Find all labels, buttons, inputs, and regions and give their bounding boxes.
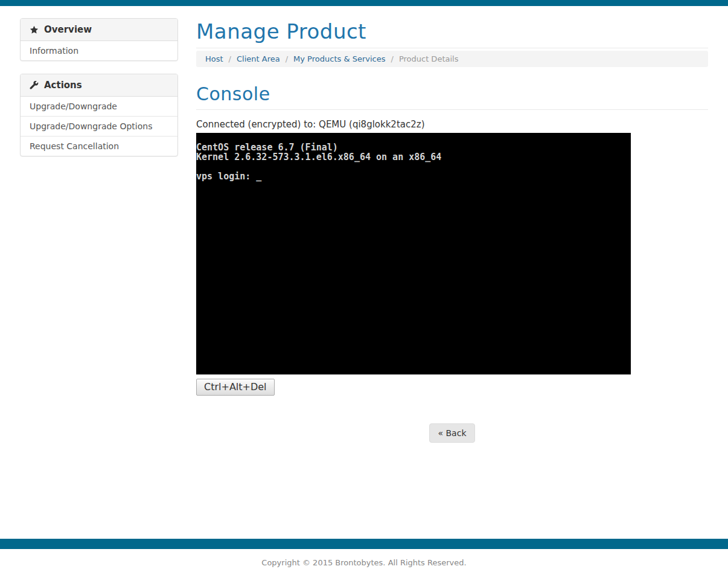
- console-connection-status: Connected (encrypted) to: QEMU (qi8glokk…: [196, 118, 708, 130]
- breadcrumb-current-product-details: Product Details: [399, 54, 459, 63]
- console-section-title: Console: [196, 84, 708, 104]
- footer-copyright: Copyright © 2015 Brontobytes. All Rights…: [0, 549, 728, 574]
- overview-panel-header: Overview: [21, 19, 177, 41]
- sidebar-item-request-cancellation[interactable]: Request Cancellation: [21, 137, 177, 156]
- ctrl-alt-del-button[interactable]: Ctrl+Alt+Del: [196, 379, 275, 396]
- actions-panel: Actions Upgrade/Downgrade Upgrade/Downgr…: [20, 74, 178, 156]
- top-accent-bar: [0, 0, 728, 6]
- breadcrumb-link-my-products-services[interactable]: My Products & Services: [293, 54, 385, 63]
- breadcrumb-separator: /: [229, 54, 231, 63]
- wrench-icon: [30, 81, 39, 90]
- vnc-console-screen[interactable]: CentOS release 6.7 (Final) Kernel 2.6.32…: [196, 133, 631, 374]
- overview-panel-title: Overview: [44, 24, 92, 35]
- footer-accent-bar: [0, 539, 728, 549]
- console-divider: [196, 109, 708, 110]
- console-line: Kernel 2.6.32-573.3.1.el6.x86_64 on an x…: [196, 152, 631, 162]
- console-line: CentOS release 6.7 (Final): [196, 143, 631, 152]
- main-content: Manage Product Host / Client Area / My P…: [196, 18, 708, 539]
- breadcrumb: Host / Client Area / My Products & Servi…: [196, 51, 708, 67]
- breadcrumb-separator: /: [286, 54, 288, 63]
- star-icon: [30, 25, 39, 34]
- sidebar-item-upgrade-downgrade-options[interactable]: Upgrade/Downgrade Options: [21, 117, 177, 137]
- back-button-row: « Back: [196, 423, 708, 443]
- breadcrumb-separator: /: [391, 54, 393, 63]
- page-title: Manage Product: [196, 18, 708, 45]
- sidebar-item-information[interactable]: Information: [21, 41, 177, 60]
- actions-panel-header: Actions: [21, 74, 177, 97]
- back-button[interactable]: « Back: [429, 423, 474, 443]
- breadcrumb-link-client-area[interactable]: Client Area: [237, 54, 280, 63]
- actions-panel-title: Actions: [44, 80, 82, 91]
- console-line: [196, 162, 631, 172]
- page-container: Overview Information Actions Upgrade/Dow…: [11, 18, 717, 539]
- sidebar-item-upgrade-downgrade[interactable]: Upgrade/Downgrade: [21, 97, 177, 117]
- overview-panel: Overview Information: [20, 18, 178, 61]
- sidebar: Overview Information Actions Upgrade/Dow…: [20, 18, 178, 169]
- title-divider: [196, 48, 708, 48]
- console-line: vps login: _: [196, 172, 631, 181]
- breadcrumb-link-host[interactable]: Host: [205, 54, 223, 63]
